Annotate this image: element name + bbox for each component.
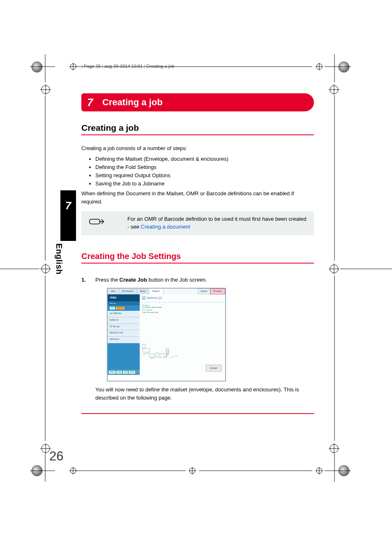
svg-rect-60 xyxy=(156,353,159,358)
svg-point-0 xyxy=(32,62,42,72)
fig-system-button[interactable]: System xyxy=(198,289,210,294)
section-heading: Creating a job xyxy=(81,123,314,135)
step-text: Press the Create Job button in the Job s… xyxy=(95,276,314,284)
fig-job-item[interactable]: DEFAULTS xyxy=(108,337,140,343)
svg-rect-56 xyxy=(143,349,150,352)
list-item: Saving the Job to a Jobname xyxy=(95,180,314,188)
note-text: For an OMR of Barcode definition to be u… xyxy=(127,215,307,231)
fig-edit-button[interactable]: Edit xyxy=(123,371,128,374)
fig-shutdown-button[interactable]: Shutdown xyxy=(210,289,225,294)
svg-point-59 xyxy=(153,357,154,358)
fig-copy-button[interactable]: Copy xyxy=(116,371,122,374)
fig-meta: Envelope: C5 162x229, RHS, 110x55 Insert… xyxy=(140,303,225,315)
running-header: | Page 26 | aug-29-2014 10:01 | Creating… xyxy=(81,64,314,69)
fig-tab-setup[interactable]: Setup xyxy=(137,289,149,294)
svg-rect-57 xyxy=(150,354,154,358)
fig-tab-jobs[interactable]: Jobs xyxy=(108,289,119,294)
screenshot-figure: Jobs Run Screen Setup Reports System Shu… xyxy=(107,288,226,382)
chapter-title: Creating a job xyxy=(102,93,163,111)
svg-point-26 xyxy=(32,465,42,476)
chapter-side-tab: 7 xyxy=(60,190,76,241)
section-end-rule xyxy=(81,413,314,414)
fig-export-button[interactable]: Export xyxy=(109,371,115,374)
list-item: Defining the Fold Settings xyxy=(95,163,314,171)
fig-job-item[interactable]: Bulletin 62 xyxy=(108,317,140,324)
subsection-heading: Creating the Job Settings xyxy=(81,252,314,264)
svg-rect-63 xyxy=(166,349,169,351)
fig-job-item[interactable]: Jan OMR Test xyxy=(108,311,140,317)
fig-job-item[interactable]: C5 Test Job xyxy=(108,324,140,331)
svg-point-62 xyxy=(164,357,166,358)
fig-new-button[interactable]: New xyxy=(110,307,115,310)
after-bullets-paragraph: When defining the Document in the Mailse… xyxy=(81,190,314,206)
list-item: Defining the Mailset (Envelope, document… xyxy=(95,155,314,163)
chapter-number: 7 xyxy=(87,93,93,111)
svg-rect-55 xyxy=(142,345,145,348)
svg-point-58 xyxy=(151,357,152,358)
svg-point-7 xyxy=(339,62,349,72)
svg-point-36 xyxy=(339,465,349,476)
step-row: 1. Press the Create Job button in the Jo… xyxy=(81,276,314,402)
note-link[interactable]: Creating a document xyxy=(141,224,191,230)
fig-filter-label: Filter by: xyxy=(108,301,140,305)
note-arrow-icon xyxy=(89,217,104,226)
intro-paragraph: Creating a job consists of a number of s… xyxy=(81,144,314,153)
language-label: English xyxy=(54,243,64,275)
chapter-heading-bar: 7 Creating a job xyxy=(81,93,314,111)
fig-tab-reports[interactable]: Reports xyxy=(149,289,164,294)
fig-tab-run[interactable]: Run Screen xyxy=(119,289,137,294)
note-callout: For an OMR of Barcode definition to be u… xyxy=(81,211,314,235)
fig-mailshot-title: ▤Mailshot Q3 xyxy=(140,294,225,303)
page-number: 26 xyxy=(49,449,63,464)
svg-rect-54 xyxy=(89,219,100,224)
sidetab-number: 7 xyxy=(60,199,76,212)
list-item: Setting required Output Options xyxy=(95,171,314,180)
fig-right-panel: ▤Mailshot Q3 Envelope: C5 162x229, RHS, … xyxy=(140,294,225,375)
fig-delete-button[interactable]: Delete xyxy=(129,371,135,374)
fig-accept-button[interactable]: Accept xyxy=(205,365,222,372)
steps-bullet-list: Defining the Mailset (Envelope, document… xyxy=(95,155,314,188)
document-icon: ▤ xyxy=(142,296,145,300)
fig-job-item[interactable]: DEFAULTS -US xyxy=(108,330,140,337)
fig-duplicate-button[interactable]: Duplicate xyxy=(116,307,125,310)
fig-tabbar: Jobs Run Screen Setup Reports System Shu… xyxy=(108,289,225,294)
fig-jobs-title: Jobs xyxy=(108,294,140,301)
fig-left-panel: Jobs Filter by: New Duplicate Jan OMR Te… xyxy=(108,294,140,375)
after-figure-paragraph: You will now need to define the mailset … xyxy=(95,386,314,402)
step-number: 1. xyxy=(81,276,89,402)
machine-diagram-icon xyxy=(142,344,179,363)
svg-rect-61 xyxy=(160,354,165,357)
